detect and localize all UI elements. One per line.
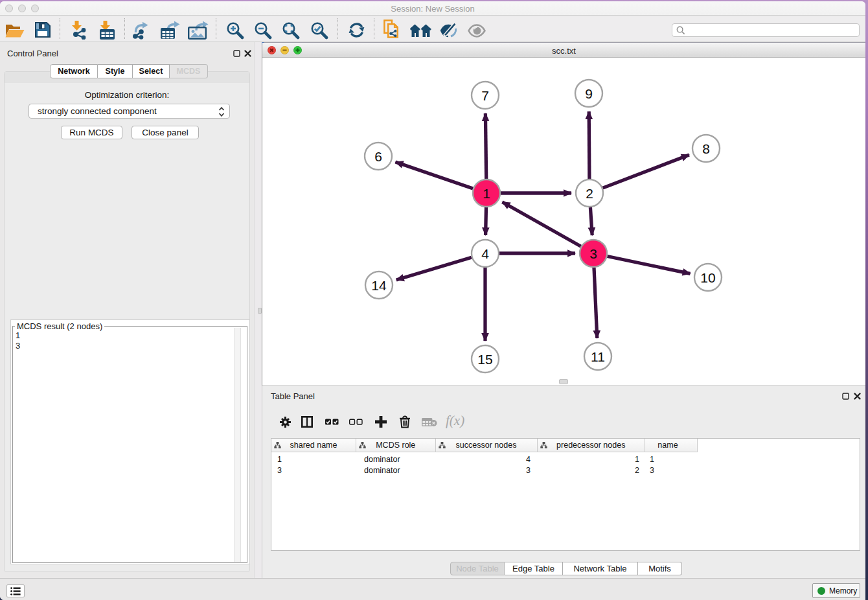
svg-text:10: 10 [700, 270, 715, 285]
svg-text:2: 2 [586, 186, 593, 201]
svg-text:9: 9 [585, 86, 593, 101]
svg-text:14: 14 [371, 278, 387, 293]
svg-text:4: 4 [481, 246, 489, 261]
svg-text:3: 3 [589, 246, 597, 261]
svg-text:8: 8 [702, 141, 710, 156]
svg-text:6: 6 [374, 149, 382, 164]
svg-text:7: 7 [481, 88, 489, 103]
svg-text:15: 15 [477, 352, 492, 367]
svg-text:1: 1 [483, 186, 490, 201]
svg-text:11: 11 [591, 349, 605, 364]
